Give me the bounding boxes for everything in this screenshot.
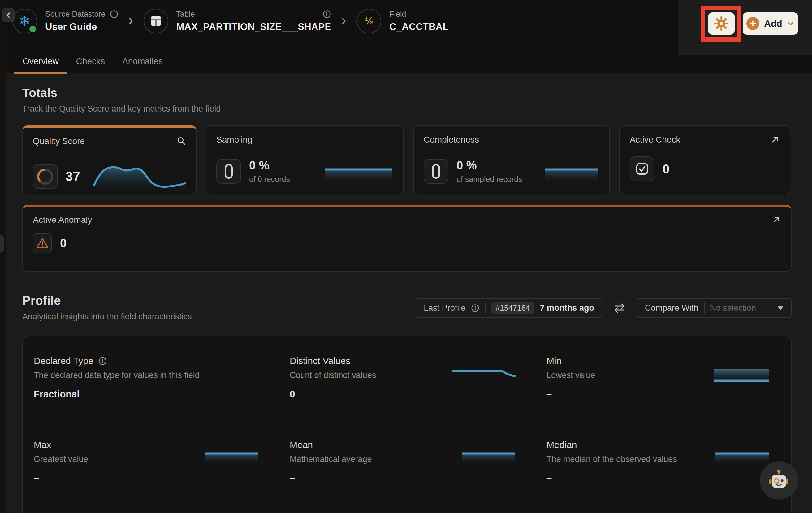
plus-circle-icon <box>746 17 759 30</box>
metric-name: Mean <box>290 439 313 450</box>
totals-cards-row: Quality Score 37 <box>22 126 790 195</box>
search-icon[interactable] <box>177 136 186 145</box>
drawer-handle[interactable] <box>0 235 4 253</box>
page-tabs: Overview Checks Anomalies <box>14 52 171 74</box>
quality-score-gauge <box>37 168 53 185</box>
metric-name: Declared Type <box>34 356 93 366</box>
warning-triangle-icon <box>36 237 49 249</box>
assistant-bot-icon <box>768 469 790 492</box>
breadcrumb-field[interactable]: Field C_ACCTBAL <box>389 9 448 32</box>
totals-subtitle: Track the Quality Score and key metrics … <box>22 104 221 114</box>
caret-down-icon <box>777 306 784 310</box>
active-check-card: Active Check 0 <box>619 126 790 195</box>
sampling-zero-tile <box>216 159 241 184</box>
divider <box>485 302 486 314</box>
metric-value: 0 <box>290 389 376 400</box>
quality-score-card: Quality Score 37 <box>22 126 197 195</box>
last-profile-chip[interactable]: Last Profile #1547164 7 months ago <box>415 298 602 318</box>
datastore-avatar: ❄ <box>12 9 37 33</box>
info-icon[interactable] <box>471 304 479 312</box>
external-link-icon[interactable] <box>772 215 781 224</box>
metric-desc: Greatest value <box>34 455 88 464</box>
info-icon[interactable] <box>323 10 331 18</box>
active-check-label: Active Check <box>630 135 680 145</box>
profile-time: 7 months ago <box>540 303 594 313</box>
metric-max: Max Greatest value – <box>34 439 290 484</box>
field-details-page: ❄ Source Datastore User Guide Table <box>0 0 812 513</box>
compare-with-label: Compare With <box>645 303 698 313</box>
fraction-icon: ½ <box>365 15 374 27</box>
breadcrumb: ❄ Source Datastore User Guide Table <box>12 9 449 33</box>
field-name: C_ACCTBAL <box>389 21 448 32</box>
metric-desc: Lowest value <box>547 371 596 380</box>
profile-subtitle: Analytical insights into the field chara… <box>22 312 192 322</box>
sidebar-edge-strip <box>0 0 6 513</box>
metric-value: – <box>34 473 88 484</box>
zero-indicator-icon <box>432 164 440 179</box>
datastore-label: Source Datastore <box>45 9 106 19</box>
settings-button[interactable] <box>708 12 735 35</box>
gear-icon <box>714 17 728 31</box>
field-label: Field <box>389 9 406 19</box>
max-sparkline <box>204 452 259 484</box>
completeness-label: Completeness <box>424 135 479 145</box>
chevron-right-icon <box>126 17 136 26</box>
metric-name: Max <box>34 439 51 450</box>
compare-arrows-icon[interactable] <box>613 302 626 314</box>
profile-metrics-grid: Declared Type The declared data type for… <box>34 356 791 484</box>
table-label: Table <box>176 9 195 19</box>
quality-score-value: 37 <box>66 169 80 184</box>
field-avatar: ½ <box>356 9 381 33</box>
quality-score-sparkline <box>93 158 186 195</box>
metric-desc: The median of the observed values <box>547 455 677 464</box>
quality-score-label: Quality Score <box>33 136 85 146</box>
distinct-values-sparkline <box>452 368 516 400</box>
last-profile-label: Last Profile <box>424 303 465 313</box>
metric-desc: The declared data type for values in thi… <box>34 371 200 380</box>
metric-distinct-values: Distinct Values Count of distinct values… <box>290 356 547 400</box>
completeness-sparkline <box>544 168 600 186</box>
metric-declared-type: Declared Type The declared data type for… <box>34 356 290 400</box>
chevron-right-icon <box>339 17 348 26</box>
snowflake-icon: ❄ <box>19 14 31 28</box>
assistant-bot-button[interactable] <box>760 461 798 500</box>
profile-card: Declared Type The declared data type for… <box>22 336 791 513</box>
min-sparkline <box>714 368 769 400</box>
metric-desc: Mathematical average <box>290 455 372 464</box>
table-avatar <box>144 9 168 33</box>
mean-sparkline <box>461 452 516 484</box>
active-anomaly-card: Active Anomaly 0 <box>22 205 791 272</box>
active-check-tile <box>630 157 655 181</box>
active-anomaly-label: Active Anomaly <box>33 215 92 225</box>
totals-title: Totals <box>22 86 57 100</box>
tab-anomalies[interactable]: Anomalies <box>114 52 171 74</box>
tab-overview[interactable]: Overview <box>14 52 67 74</box>
table-name: MAX_PARTITION_SIZE___SHAPE <box>176 21 331 32</box>
info-icon[interactable] <box>110 10 118 18</box>
breadcrumb-table[interactable]: Table MAX_PARTITION_SIZE___SHAPE <box>176 9 331 32</box>
completeness-zero-tile <box>424 159 448 184</box>
tab-checks[interactable]: Checks <box>67 52 114 74</box>
active-check-value: 0 <box>663 162 669 176</box>
metric-name: Median <box>547 439 577 450</box>
quality-score-gauge-tile <box>33 164 58 189</box>
metric-name: Min <box>547 356 561 366</box>
profile-title: Profile <box>22 294 192 307</box>
compare-with-dropdown[interactable]: Compare With No selection <box>637 298 791 318</box>
metric-name: Distinct Values <box>290 356 350 366</box>
external-link-icon[interactable] <box>771 135 780 144</box>
breadcrumb-datastore[interactable]: Source Datastore User Guide <box>45 9 118 32</box>
metric-value: – <box>547 473 677 484</box>
metric-mean: Mean Mathematical average – <box>290 439 547 484</box>
checkbox-icon <box>636 162 648 176</box>
metric-value: – <box>290 473 372 484</box>
chevron-left-icon <box>4 11 13 20</box>
completeness-value: 0 % <box>457 159 522 172</box>
add-button[interactable]: Add <box>743 12 798 35</box>
metric-median: Median The median of the observed values… <box>547 439 780 484</box>
zero-indicator-icon <box>225 164 233 179</box>
profile-id-badge: #1547164 <box>491 302 534 314</box>
completeness-subtext: of sampled records <box>457 175 522 184</box>
info-icon[interactable] <box>98 357 107 365</box>
status-dot <box>28 25 37 33</box>
